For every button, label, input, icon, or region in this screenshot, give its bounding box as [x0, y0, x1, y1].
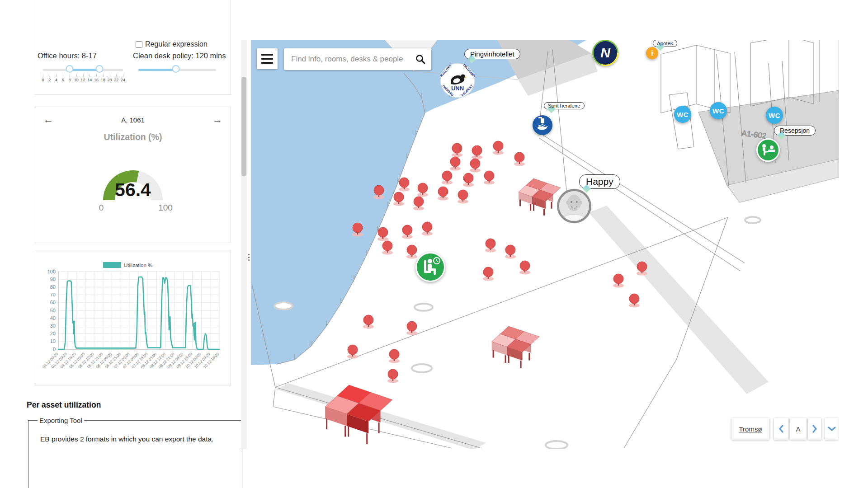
exporting-tool-fieldset: Exporting Tool EB provides 2 formats in …	[28, 417, 242, 488]
floor-indicator[interactable]: A	[790, 418, 807, 440]
svg-text:60: 60	[50, 300, 56, 305]
slider-tick	[76, 74, 77, 77]
city-button[interactable]: Tromsø	[731, 418, 769, 440]
stool-marker	[470, 159, 481, 173]
stool-marker	[458, 190, 468, 204]
wc-icon[interactable]: WC	[710, 102, 727, 119]
stool-marker	[613, 274, 624, 288]
floor-map[interactable]: A1-602	[251, 40, 839, 449]
pingvinhotellet-bubble[interactable]: Pingvinhotellet	[464, 49, 520, 59]
stool-marker	[363, 315, 374, 329]
slider-tick-label: 18	[101, 78, 105, 82]
stool-marker	[413, 197, 424, 211]
svg-text:40: 40	[50, 315, 56, 321]
seated-person-clock-icon[interactable]	[415, 252, 445, 282]
wc-label: WC	[677, 111, 689, 118]
info-icon[interactable]: i	[646, 47, 658, 59]
clean-desk-slider[interactable]	[138, 69, 216, 71]
stool-marker	[347, 345, 358, 359]
app-root: { "sidebar": { "regex_checkbox": { "labe…	[0, 0, 868, 488]
regex-checkbox-row[interactable]: Regular expression	[136, 40, 208, 48]
chevron-right-icon	[811, 425, 818, 433]
svg-text:80: 80	[50, 284, 56, 290]
slider-tick	[57, 74, 57, 77]
office-hours-ticks	[43, 74, 123, 77]
portrait-photo	[559, 191, 589, 221]
happy-status-bubble[interactable]: Happy	[579, 174, 620, 189]
stool-marker	[493, 141, 504, 155]
collapse-controls-button[interactable]	[825, 418, 839, 440]
stool-marker	[485, 239, 496, 253]
stool-marker	[450, 157, 461, 171]
stool-marker	[399, 178, 410, 192]
stool-marker	[519, 261, 530, 275]
hamburger-menu-icon	[261, 53, 273, 65]
slider-tick-label: 8	[68, 78, 71, 82]
unn-logo[interactable]: UNN KVALITET TRYGGHET OMSORG RESPEKT	[440, 63, 475, 100]
utilization-chart-panel: 010203040506070809010004.12 00:0004.12 0…	[35, 250, 231, 385]
stool-marker	[505, 245, 516, 259]
gauge-max-label: 100	[152, 203, 179, 213]
svg-text:20: 20	[50, 331, 56, 336]
stool-marker	[389, 349, 400, 363]
chevron-left-icon	[778, 425, 784, 433]
stool-marker	[514, 152, 525, 166]
stool-marker	[463, 173, 474, 187]
next-asset-button[interactable]: →	[210, 114, 225, 125]
slider-tick-label: 0	[42, 78, 44, 82]
stool-marker	[406, 245, 417, 259]
svg-text:30: 30	[50, 323, 56, 328]
stool-marker	[382, 241, 393, 255]
floor-label: A	[796, 425, 800, 433]
slider-tick	[90, 74, 90, 77]
apotek-bubble[interactable]: Apotek	[653, 40, 677, 47]
slider-tick-label: 22	[114, 78, 118, 82]
menu-button[interactable]	[257, 48, 278, 69]
sprit-hendene-bubble[interactable]: Sprit hendene	[544, 102, 585, 109]
office-hours-high-handle[interactable]	[96, 65, 104, 73]
stool-marker	[452, 143, 462, 157]
wc-label: WC	[712, 107, 724, 115]
slider-tick-label: 4	[55, 78, 57, 82]
stool-marker	[377, 227, 388, 241]
sidebar-scrollbar-thumb[interactable]	[241, 77, 246, 176]
stool-marker	[417, 183, 428, 197]
slider-tick-label: 10	[74, 78, 79, 82]
resepsjon-bubble[interactable]: Resepsjon	[774, 126, 816, 136]
utilization-line-chart: 010203040506070809010004.12 00:0004.12 0…	[35, 250, 230, 384]
wc-icon[interactable]: WC	[766, 107, 783, 124]
svg-text:Utilization %: Utilization %	[124, 263, 152, 268]
regex-checkbox-label: Regular expression	[145, 40, 208, 48]
exporting-tool-text: EB provides 2 formats in which you can e…	[40, 435, 236, 443]
floor-next-button[interactable]	[808, 418, 821, 440]
office-hours-low-handle[interactable]	[66, 65, 74, 73]
slider-tick	[83, 74, 84, 77]
stool-marker	[629, 294, 640, 308]
map-artwork: A1-602	[251, 40, 839, 449]
stool-marker	[637, 262, 647, 276]
search-bar[interactable]	[284, 48, 431, 70]
regex-checkbox[interactable]	[136, 41, 142, 48]
slider-tick-label: 2	[48, 78, 51, 82]
search-icon[interactable]	[415, 54, 426, 65]
stool-marker	[438, 187, 448, 201]
hand-sanitizer-icon[interactable]	[533, 115, 552, 135]
wc-icon[interactable]: WC	[674, 106, 691, 123]
office-hours-slider[interactable]	[43, 69, 123, 71]
stool-marker	[352, 223, 363, 237]
n-logo[interactable]: N	[592, 40, 618, 66]
search-input[interactable]	[284, 55, 415, 64]
slider-tick	[63, 74, 63, 77]
slider-tick	[50, 74, 50, 77]
panel-resize-handle[interactable]	[247, 251, 250, 263]
gauge-min-label: 0	[92, 203, 110, 213]
reception-icon[interactable]	[756, 138, 780, 162]
gauge-title: Utilization (%)	[35, 132, 231, 142]
floor-prev-button[interactable]	[774, 418, 788, 440]
clean-desk-handle[interactable]	[172, 65, 179, 73]
stool-marker	[393, 192, 404, 206]
stool-marker	[402, 225, 413, 239]
city-label: Tromsø	[739, 425, 762, 433]
stool-marker	[484, 171, 495, 185]
person-avatar[interactable]	[557, 189, 591, 223]
